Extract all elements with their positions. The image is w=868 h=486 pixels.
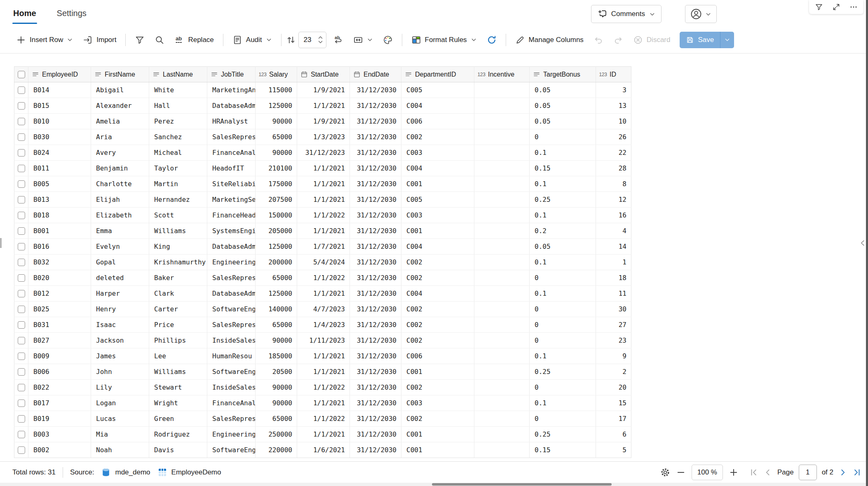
cell-EndDate[interactable]: 31/12/2030 (350, 270, 401, 286)
cell-EndDate[interactable]: 31/12/2030 (350, 129, 401, 145)
cell-StartDate[interactable]: 1/11/2023 (297, 333, 350, 348)
cell-FirstName[interactable]: Amelia (91, 114, 149, 129)
cell-LastName[interactable]: Green (149, 411, 207, 427)
cell-EndDate[interactable]: 31/12/2030 (350, 442, 401, 458)
cell-ID[interactable]: 30 (596, 301, 631, 317)
cell-EmployeeID[interactable]: B031 (28, 317, 91, 333)
cell-EmployeeID[interactable]: B030 (28, 129, 91, 145)
cell-Salary[interactable]: 65000 (256, 270, 297, 286)
cell-Incentive[interactable] (474, 82, 530, 98)
cell-Incentive[interactable] (474, 411, 530, 427)
cell-ID[interactable]: 11 (596, 286, 631, 301)
cell-LastName[interactable]: Micheal (149, 145, 207, 161)
cell-Incentive[interactable] (474, 364, 530, 380)
row-select-cell[interactable] (14, 129, 28, 145)
row-select-cell[interactable] (14, 395, 28, 411)
cell-EmployeeID[interactable]: B025 (28, 301, 91, 317)
cell-LastName[interactable]: Taylor (149, 161, 207, 176)
cell-Salary[interactable]: 210100 (256, 161, 297, 176)
cell-StartDate[interactable]: 1/1/2022 (297, 380, 350, 395)
row-checkbox[interactable] (18, 306, 25, 313)
cell-Incentive[interactable] (474, 145, 530, 161)
cell-ID[interactable]: 27 (596, 317, 631, 333)
row-checkbox[interactable] (18, 102, 25, 110)
cell-EndDate[interactable]: 31/12/2030 (350, 239, 401, 255)
column-header-StartDate[interactable]: StartDate (297, 67, 350, 82)
cell-LastName[interactable]: Perez (149, 114, 207, 129)
first-page-button[interactable] (749, 468, 758, 477)
select-all-header[interactable] (14, 67, 28, 82)
cell-Salary[interactable]: 220000 (256, 442, 297, 458)
cell-Incentive[interactable] (474, 192, 530, 208)
cell-TargetBonus[interactable]: 0.15 (530, 442, 596, 458)
cell-EndDate[interactable]: 31/12/2030 (350, 223, 401, 239)
cell-EmployeeID[interactable]: B027 (28, 333, 91, 348)
cell-EmployeeID[interactable]: B022 (28, 380, 91, 395)
row-select-cell[interactable] (14, 364, 28, 380)
cell-JobTitle[interactable]: FinanceAnaly (207, 145, 256, 161)
zoom-level-box[interactable]: 100 % (692, 465, 723, 480)
cell-TargetBonus[interactable]: 0.05 (530, 98, 596, 114)
cell-ID[interactable]: 2 (596, 364, 631, 380)
cell-DepartmentID[interactable]: C004 (401, 286, 474, 301)
save-button[interactable]: Save (680, 32, 720, 48)
cell-StartDate[interactable]: 4/7/2023 (297, 301, 350, 317)
tab-settings[interactable]: Settings (56, 0, 87, 26)
cell-TargetBonus[interactable]: 0.1 (530, 348, 596, 364)
cell-JobTitle[interactable]: HeadofIT (207, 161, 256, 176)
cell-StartDate[interactable]: 1/1/2021 (297, 176, 350, 192)
cell-Incentive[interactable] (474, 442, 530, 458)
cell-LastName[interactable]: Hernandez (149, 192, 207, 208)
cell-LastName[interactable]: Sanchez (149, 129, 207, 145)
cell-EmployeeID[interactable]: B032 (28, 255, 91, 270)
row-select-cell[interactable] (14, 348, 28, 364)
row-height-stepper[interactable]: 23 (298, 32, 326, 48)
cell-EmployeeID[interactable]: B009 (28, 348, 91, 364)
cell-Salary[interactable]: 140000 (256, 301, 297, 317)
redo-button[interactable] (609, 31, 628, 49)
cell-DepartmentID[interactable]: C005 (401, 192, 474, 208)
cell-Salary[interactable]: 185000 (256, 348, 297, 364)
cell-LastName[interactable]: Baker (149, 270, 207, 286)
column-header-EndDate[interactable]: EndDate (350, 67, 401, 82)
row-select-cell[interactable] (14, 82, 28, 98)
cell-LastName[interactable]: Price (149, 317, 207, 333)
filter-button[interactable] (130, 31, 149, 49)
search-button[interactable] (150, 31, 169, 49)
cell-JobTitle[interactable]: InsideSales (207, 380, 256, 395)
column-width-button[interactable] (349, 31, 378, 49)
cell-EmployeeID[interactable]: B017 (28, 395, 91, 411)
cell-Incentive[interactable] (474, 301, 530, 317)
cell-FirstName[interactable]: deleted (91, 270, 149, 286)
cell-EmployeeID[interactable]: B001 (28, 223, 91, 239)
cell-LastName[interactable]: Stewart (149, 380, 207, 395)
color-palette-button[interactable] (378, 31, 397, 49)
page-number-input[interactable] (799, 465, 817, 480)
row-checkbox[interactable] (18, 446, 25, 454)
cell-EndDate[interactable]: 31/12/2030 (350, 286, 401, 301)
cell-LastName[interactable]: Williams (149, 223, 207, 239)
cell-TargetBonus[interactable]: 0.25 (530, 192, 596, 208)
cell-Salary[interactable]: 65000 (256, 411, 297, 427)
cell-EndDate[interactable]: 31/12/2030 (350, 161, 401, 176)
cell-Incentive[interactable] (474, 239, 530, 255)
cell-EndDate[interactable]: 31/12/2030 (350, 380, 401, 395)
cell-Incentive[interactable] (474, 129, 530, 145)
row-select-cell[interactable] (14, 98, 28, 114)
row-select-cell[interactable] (14, 301, 28, 317)
cell-Incentive[interactable] (474, 317, 530, 333)
cell-TargetBonus[interactable]: 0 (530, 129, 596, 145)
cell-StartDate[interactable]: 1/1/2021 (297, 161, 350, 176)
expand-icon[interactable] (832, 3, 840, 11)
cell-DepartmentID[interactable]: C002 (401, 317, 474, 333)
replace-button[interactable]: ab Replace (170, 31, 218, 49)
cell-LastName[interactable]: Hall (149, 98, 207, 114)
cell-TargetBonus[interactable]: 0.05 (530, 82, 596, 98)
cell-JobTitle[interactable]: FinanceHead (207, 208, 256, 223)
cell-JobTitle[interactable]: MarketingSe (207, 192, 256, 208)
comments-button[interactable]: Comments (591, 5, 662, 23)
cell-ID[interactable]: 4 (596, 223, 631, 239)
cell-DepartmentID[interactable]: C001 (401, 364, 474, 380)
wrap-text-button[interactable]: ab (329, 31, 348, 49)
cell-TargetBonus[interactable]: 0.05 (530, 239, 596, 255)
